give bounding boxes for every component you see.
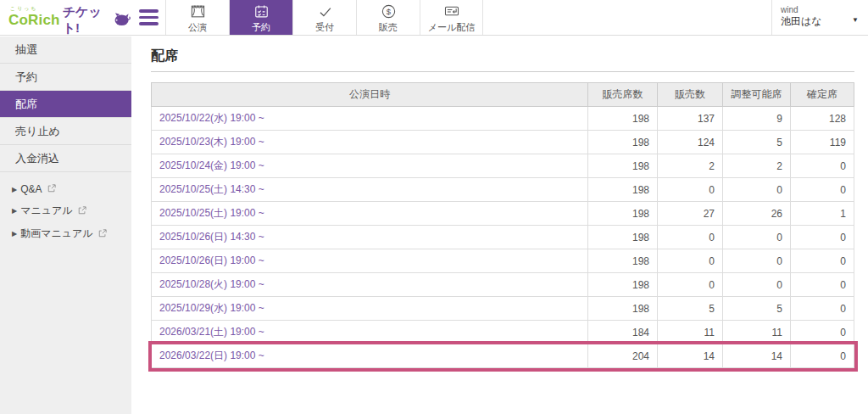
hamburger-menu-icon[interactable]	[131, 0, 165, 35]
adjustable-seats-cell: 0	[723, 178, 791, 202]
adjustable-seats-cell: 9	[723, 107, 791, 131]
sidebar-link-video-manual[interactable]: ▶ 動画マニュアル	[12, 227, 120, 241]
confirmed-seats-cell: 1	[791, 202, 854, 226]
performance-datetime-cell: 2025/10/28(火) 19:00 ~	[152, 273, 588, 297]
table-row: 2025/10/22(水) 19:00 ~1981379128	[152, 107, 854, 131]
adjustable-seats-cell: 5	[723, 297, 791, 321]
main-nav: 公演 予約 受付	[165, 0, 483, 35]
performance-datetime-link[interactable]: 2025/10/22(水) 19:00 ~	[159, 112, 264, 124]
tab-reception[interactable]: 受付	[292, 0, 356, 35]
performance-datetime-link[interactable]: 2025/10/25(土) 14:30 ~	[159, 183, 264, 195]
svg-text:$: $	[386, 6, 391, 15]
performance-datetime-cell: 2025/10/25(土) 19:00 ~	[152, 202, 588, 226]
tab-reservations[interactable]: 予約	[229, 0, 292, 35]
adjustable-seats-cell: 11	[723, 321, 791, 344]
sidebar-item-lottery[interactable]: 抽選	[0, 36, 131, 64]
logo-corich-text: CoRich	[8, 12, 60, 28]
confirmed-seats-cell: 0	[791, 273, 854, 297]
table-row: 2026/03/22(日) 19:00 ~20414140	[152, 344, 854, 368]
sidebar-link-label: Q&A	[20, 183, 42, 195]
logo-text: こりっち CoRich	[8, 12, 60, 29]
sidebar-item-reservations[interactable]: 予約	[0, 64, 131, 91]
sidebar-link-qa[interactable]: ▶ Q&A	[12, 183, 120, 195]
table-body: 2025/10/22(水) 19:00 ~19813791282025/10/2…	[152, 107, 854, 368]
triangle-right-icon: ▶	[12, 230, 17, 238]
sidebar-item-seat-assignment[interactable]: 配席	[0, 91, 131, 118]
performance-datetime-link[interactable]: 2025/10/26(日) 19:00 ~	[159, 255, 264, 266]
performance-datetime-cell: 2025/10/24(金) 19:00 ~	[152, 154, 588, 178]
adjustable-seats-cell: 0	[723, 226, 791, 249]
performance-datetime-cell: 2025/10/23(木) 19:00 ~	[152, 131, 588, 154]
tab-label: 受付	[315, 21, 334, 34]
table-row: 2025/10/24(金) 19:00 ~198220	[152, 154, 854, 178]
chevron-down-icon: ▼	[852, 16, 859, 24]
confirmed-seats-cell: 0	[791, 321, 854, 344]
user-menu[interactable]: wind 池田はな ▼	[771, 0, 868, 35]
tab-performances[interactable]: 公演	[165, 0, 229, 35]
confirmed-seats-cell: 0	[791, 344, 854, 368]
external-link-icon	[47, 183, 56, 195]
performance-datetime-cell: 2025/10/26(日) 14:30 ~	[152, 226, 588, 249]
performance-datetime-link[interactable]: 2025/10/26(日) 14:30 ~	[159, 231, 264, 243]
sidebar-link-manual[interactable]: ▶ マニュアル	[12, 204, 120, 218]
sidebar-item-label: 入金消込	[15, 152, 59, 165]
table-row: 2025/10/25(土) 14:30 ~198000	[152, 178, 854, 202]
main-content: 配席 公演日時 販売席数 販売数 調整可能席 確定席 2025/10/22(水)…	[131, 36, 868, 414]
col-header-performance-datetime: 公演日時	[152, 83, 588, 107]
sold-cell: 0	[658, 178, 723, 202]
corich-logo[interactable]: こりっち CoRich チケット!	[0, 0, 131, 35]
user-org-label: wind	[781, 5, 860, 14]
confirmed-seats-cell: 0	[791, 154, 854, 178]
page-title: 配席	[151, 48, 854, 65]
performance-datetime-link[interactable]: 2025/10/23(木) 19:00 ~	[159, 136, 264, 148]
sale-seats-cell: 198	[588, 273, 658, 297]
sidebar-item-payment-reconciliation[interactable]: 入金消込	[0, 145, 131, 172]
tab-mail-delivery[interactable]: メール配信	[420, 0, 483, 35]
triangle-right-icon: ▶	[12, 186, 17, 193]
sidebar-link-label: 動画マニュアル	[20, 227, 92, 241]
col-header-confirmed-seats: 確定席	[791, 83, 854, 107]
tab-label: 販売	[379, 21, 398, 34]
sidebar-item-stop-sales[interactable]: 売り止め	[0, 118, 131, 145]
performance-datetime-link[interactable]: 2025/10/24(金) 19:00 ~	[159, 159, 264, 171]
adjustable-seats-cell: 26	[723, 202, 791, 226]
tab-label: 公演	[188, 21, 207, 34]
performance-datetime-link[interactable]: 2025/10/28(火) 19:00 ~	[159, 278, 264, 290]
table-row: 2025/10/28(火) 19:00 ~198000	[152, 273, 854, 297]
performance-datetime-cell: 2026/03/22(日) 19:00 ~	[152, 344, 588, 368]
sale-seats-cell: 198	[588, 131, 658, 154]
sidebar-item-label: 配席	[15, 98, 37, 110]
table-row: 2025/10/29(水) 19:00 ~198550	[152, 297, 854, 321]
external-link-icon	[98, 228, 107, 240]
calendar-check-icon	[253, 3, 270, 20]
performance-datetime-link[interactable]: 2026/03/21(土) 19:00 ~	[159, 326, 264, 338]
sale-seats-cell: 184	[588, 321, 658, 344]
sold-cell: 0	[658, 226, 723, 249]
topbar-spacer	[483, 0, 771, 35]
sold-cell: 137	[658, 107, 723, 131]
sold-cell: 11	[658, 321, 723, 344]
col-header-adjustable-seats: 調整可能席	[723, 83, 791, 107]
stage-curtain-icon	[190, 3, 206, 20]
sale-seats-cell: 204	[588, 344, 658, 368]
adjustable-seats-cell: 0	[723, 273, 791, 297]
triangle-right-icon: ▶	[12, 207, 17, 215]
performance-datetime-link[interactable]: 2025/10/29(水) 19:00 ~	[159, 302, 264, 314]
performance-datetime-link[interactable]: 2025/10/25(土) 19:00 ~	[159, 207, 264, 219]
sold-cell: 0	[658, 249, 723, 273]
user-name-label: 池田はな	[781, 15, 860, 28]
sold-cell: 0	[658, 273, 723, 297]
performance-datetime-link[interactable]: 2026/03/22(日) 19:00 ~	[159, 350, 264, 361]
top-bar: こりっち CoRich チケット! 公演	[0, 0, 868, 36]
sidebar-item-label: 抽選	[15, 43, 37, 56]
tab-label: メール配信	[428, 21, 476, 34]
sale-seats-cell: 198	[588, 297, 658, 321]
performance-datetime-cell: 2025/10/29(水) 19:00 ~	[152, 297, 588, 321]
performance-datetime-cell: 2025/10/22(水) 19:00 ~	[152, 107, 588, 131]
seat-assignment-table: 公演日時 販売席数 販売数 調整可能席 確定席 2025/10/22(水) 19…	[151, 82, 854, 368]
external-link-icon	[78, 205, 86, 217]
tab-sales[interactable]: $ 販売	[356, 0, 420, 35]
table-row: 2025/10/25(土) 19:00 ~19827261	[152, 202, 854, 226]
adjustable-seats-cell: 5	[723, 131, 791, 154]
sale-seats-cell: 198	[588, 107, 658, 131]
